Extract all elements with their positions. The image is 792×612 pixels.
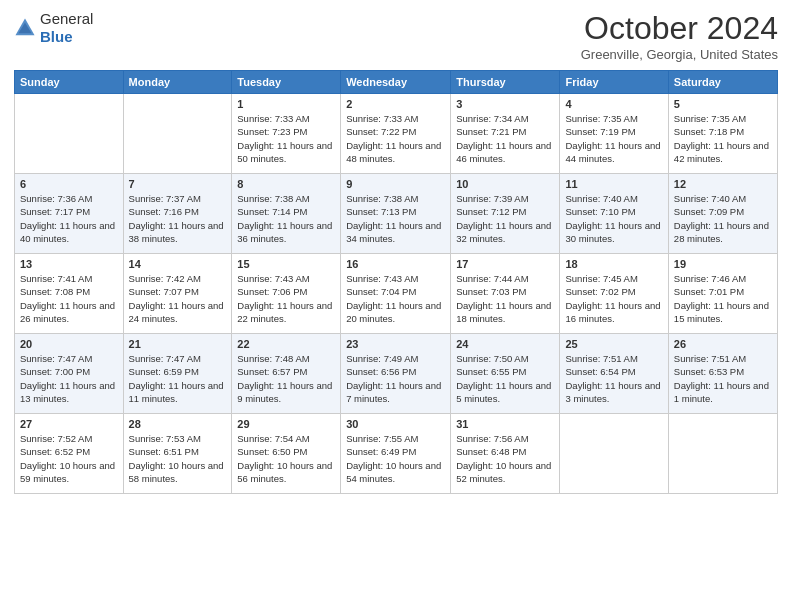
day-info: Sunrise: 7:49 AM Sunset: 6:56 PM Dayligh… (346, 352, 445, 405)
col-friday: Friday (560, 71, 668, 94)
cell-3-1: 21Sunrise: 7:47 AM Sunset: 6:59 PM Dayli… (123, 334, 232, 414)
day-info: Sunrise: 7:37 AM Sunset: 7:16 PM Dayligh… (129, 192, 227, 245)
day-number: 10 (456, 178, 554, 190)
cell-0-6: 5Sunrise: 7:35 AM Sunset: 7:18 PM Daylig… (668, 94, 777, 174)
day-number: 5 (674, 98, 772, 110)
cell-4-4: 31Sunrise: 7:56 AM Sunset: 6:48 PM Dayli… (451, 414, 560, 494)
cell-2-5: 18Sunrise: 7:45 AM Sunset: 7:02 PM Dayli… (560, 254, 668, 334)
day-number: 20 (20, 338, 118, 350)
day-info: Sunrise: 7:47 AM Sunset: 6:59 PM Dayligh… (129, 352, 227, 405)
cell-2-0: 13Sunrise: 7:41 AM Sunset: 7:08 PM Dayli… (15, 254, 124, 334)
calendar-header: Sunday Monday Tuesday Wednesday Thursday… (15, 71, 778, 94)
cell-3-0: 20Sunrise: 7:47 AM Sunset: 7:00 PM Dayli… (15, 334, 124, 414)
day-number: 11 (565, 178, 662, 190)
cell-4-0: 27Sunrise: 7:52 AM Sunset: 6:52 PM Dayli… (15, 414, 124, 494)
logo: General Blue (14, 10, 93, 46)
col-saturday: Saturday (668, 71, 777, 94)
day-info: Sunrise: 7:38 AM Sunset: 7:14 PM Dayligh… (237, 192, 335, 245)
col-sunday: Sunday (15, 71, 124, 94)
week-row-3: 13Sunrise: 7:41 AM Sunset: 7:08 PM Dayli… (15, 254, 778, 334)
cell-1-1: 7Sunrise: 7:37 AM Sunset: 7:16 PM Daylig… (123, 174, 232, 254)
title-area: October 2024 Greenville, Georgia, United… (581, 10, 778, 62)
header-row: Sunday Monday Tuesday Wednesday Thursday… (15, 71, 778, 94)
day-number: 21 (129, 338, 227, 350)
day-info: Sunrise: 7:35 AM Sunset: 7:18 PM Dayligh… (674, 112, 772, 165)
day-number: 18 (565, 258, 662, 270)
day-number: 6 (20, 178, 118, 190)
day-number: 19 (674, 258, 772, 270)
logo-icon (14, 17, 36, 39)
day-info: Sunrise: 7:51 AM Sunset: 6:54 PM Dayligh… (565, 352, 662, 405)
day-info: Sunrise: 7:35 AM Sunset: 7:19 PM Dayligh… (565, 112, 662, 165)
cell-2-2: 15Sunrise: 7:43 AM Sunset: 7:06 PM Dayli… (232, 254, 341, 334)
day-info: Sunrise: 7:48 AM Sunset: 6:57 PM Dayligh… (237, 352, 335, 405)
day-number: 26 (674, 338, 772, 350)
week-row-4: 20Sunrise: 7:47 AM Sunset: 7:00 PM Dayli… (15, 334, 778, 414)
day-info: Sunrise: 7:53 AM Sunset: 6:51 PM Dayligh… (129, 432, 227, 485)
cell-4-1: 28Sunrise: 7:53 AM Sunset: 6:51 PM Dayli… (123, 414, 232, 494)
day-number: 29 (237, 418, 335, 430)
month-title: October 2024 (581, 10, 778, 47)
cell-0-4: 3Sunrise: 7:34 AM Sunset: 7:21 PM Daylig… (451, 94, 560, 174)
cell-1-2: 8Sunrise: 7:38 AM Sunset: 7:14 PM Daylig… (232, 174, 341, 254)
day-info: Sunrise: 7:39 AM Sunset: 7:12 PM Dayligh… (456, 192, 554, 245)
day-info: Sunrise: 7:38 AM Sunset: 7:13 PM Dayligh… (346, 192, 445, 245)
day-info: Sunrise: 7:36 AM Sunset: 7:17 PM Dayligh… (20, 192, 118, 245)
header: General Blue October 2024 Greenville, Ge… (14, 10, 778, 62)
cell-2-4: 17Sunrise: 7:44 AM Sunset: 7:03 PM Dayli… (451, 254, 560, 334)
day-number: 22 (237, 338, 335, 350)
day-number: 17 (456, 258, 554, 270)
cell-0-0 (15, 94, 124, 174)
day-number: 12 (674, 178, 772, 190)
day-number: 28 (129, 418, 227, 430)
col-tuesday: Tuesday (232, 71, 341, 94)
cell-0-5: 4Sunrise: 7:35 AM Sunset: 7:19 PM Daylig… (560, 94, 668, 174)
cell-2-3: 16Sunrise: 7:43 AM Sunset: 7:04 PM Dayli… (341, 254, 451, 334)
day-number: 9 (346, 178, 445, 190)
cell-3-3: 23Sunrise: 7:49 AM Sunset: 6:56 PM Dayli… (341, 334, 451, 414)
day-info: Sunrise: 7:56 AM Sunset: 6:48 PM Dayligh… (456, 432, 554, 485)
calendar-table: Sunday Monday Tuesday Wednesday Thursday… (14, 70, 778, 494)
day-info: Sunrise: 7:41 AM Sunset: 7:08 PM Dayligh… (20, 272, 118, 325)
logo-text: General Blue (40, 10, 93, 46)
day-number: 23 (346, 338, 445, 350)
day-number: 7 (129, 178, 227, 190)
cell-1-6: 12Sunrise: 7:40 AM Sunset: 7:09 PM Dayli… (668, 174, 777, 254)
cell-4-5 (560, 414, 668, 494)
day-number: 30 (346, 418, 445, 430)
cell-0-1 (123, 94, 232, 174)
day-info: Sunrise: 7:40 AM Sunset: 7:10 PM Dayligh… (565, 192, 662, 245)
day-number: 8 (237, 178, 335, 190)
day-info: Sunrise: 7:43 AM Sunset: 7:04 PM Dayligh… (346, 272, 445, 325)
cell-0-3: 2Sunrise: 7:33 AM Sunset: 7:22 PM Daylig… (341, 94, 451, 174)
day-number: 14 (129, 258, 227, 270)
day-info: Sunrise: 7:44 AM Sunset: 7:03 PM Dayligh… (456, 272, 554, 325)
location: Greenville, Georgia, United States (581, 47, 778, 62)
week-row-1: 1Sunrise: 7:33 AM Sunset: 7:23 PM Daylig… (15, 94, 778, 174)
day-number: 4 (565, 98, 662, 110)
cell-2-1: 14Sunrise: 7:42 AM Sunset: 7:07 PM Dayli… (123, 254, 232, 334)
day-info: Sunrise: 7:51 AM Sunset: 6:53 PM Dayligh… (674, 352, 772, 405)
day-info: Sunrise: 7:46 AM Sunset: 7:01 PM Dayligh… (674, 272, 772, 325)
day-info: Sunrise: 7:34 AM Sunset: 7:21 PM Dayligh… (456, 112, 554, 165)
logo-general: General (40, 10, 93, 27)
col-monday: Monday (123, 71, 232, 94)
col-thursday: Thursday (451, 71, 560, 94)
cell-3-5: 25Sunrise: 7:51 AM Sunset: 6:54 PM Dayli… (560, 334, 668, 414)
cell-0-2: 1Sunrise: 7:33 AM Sunset: 7:23 PM Daylig… (232, 94, 341, 174)
logo-blue: Blue (40, 28, 73, 45)
day-number: 16 (346, 258, 445, 270)
cell-3-2: 22Sunrise: 7:48 AM Sunset: 6:57 PM Dayli… (232, 334, 341, 414)
page: General Blue October 2024 Greenville, Ge… (0, 0, 792, 612)
day-number: 13 (20, 258, 118, 270)
day-number: 15 (237, 258, 335, 270)
day-info: Sunrise: 7:54 AM Sunset: 6:50 PM Dayligh… (237, 432, 335, 485)
week-row-2: 6Sunrise: 7:36 AM Sunset: 7:17 PM Daylig… (15, 174, 778, 254)
day-info: Sunrise: 7:43 AM Sunset: 7:06 PM Dayligh… (237, 272, 335, 325)
cell-1-0: 6Sunrise: 7:36 AM Sunset: 7:17 PM Daylig… (15, 174, 124, 254)
cell-1-4: 10Sunrise: 7:39 AM Sunset: 7:12 PM Dayli… (451, 174, 560, 254)
week-row-5: 27Sunrise: 7:52 AM Sunset: 6:52 PM Dayli… (15, 414, 778, 494)
day-info: Sunrise: 7:33 AM Sunset: 7:23 PM Dayligh… (237, 112, 335, 165)
day-info: Sunrise: 7:45 AM Sunset: 7:02 PM Dayligh… (565, 272, 662, 325)
cell-3-6: 26Sunrise: 7:51 AM Sunset: 6:53 PM Dayli… (668, 334, 777, 414)
